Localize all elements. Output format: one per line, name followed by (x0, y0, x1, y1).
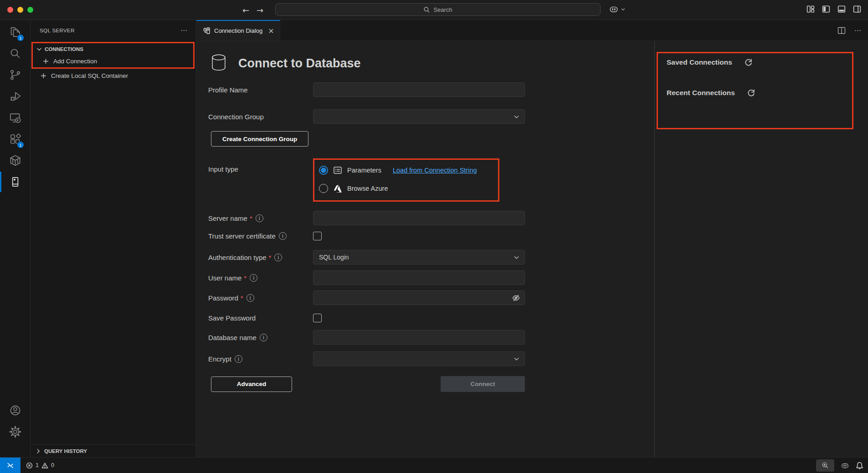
sidebar-more-actions-icon[interactable]: ⋯ (180, 26, 188, 35)
info-icon[interactable] (247, 294, 254, 302)
advanced-button[interactable]: Advanced (211, 376, 292, 392)
remote-explorer-icon (9, 112, 21, 124)
database-icon (208, 53, 229, 74)
activitybar-search[interactable] (0, 43, 30, 64)
run-debug-icon (9, 90, 21, 102)
gear-icon (9, 426, 21, 438)
user-name-input[interactable] (313, 270, 525, 285)
required-marker: * (250, 214, 252, 222)
problems-status[interactable]: 1 0 (26, 462, 54, 469)
eye-off-icon[interactable] (512, 294, 520, 302)
trust-server-certificate-label: Trust server certificate (208, 232, 276, 240)
authentication-type-label: Authentication type (208, 254, 267, 261)
chevron-down-icon (513, 113, 520, 120)
copilot-status-icon[interactable] (841, 461, 849, 470)
copilot-icon (609, 4, 619, 14)
zoom-in-icon (822, 462, 829, 469)
info-icon[interactable] (235, 355, 242, 363)
sql-server-icon (9, 176, 21, 188)
customize-layout-icon[interactable] (806, 5, 815, 13)
browse-azure-radio[interactable] (319, 184, 328, 193)
connect-button[interactable]: Connect (441, 376, 525, 392)
titlebar: ← → Search (0, 0, 868, 20)
activity-bar: 1 (0, 20, 31, 457)
connections-section-label: CONNECTIONS (45, 46, 83, 52)
chevron-down-icon (513, 254, 520, 261)
password-input[interactable] (313, 290, 525, 305)
window-controls (7, 7, 33, 13)
search-label: Search (433, 6, 452, 13)
back-icon[interactable]: ← (242, 5, 249, 15)
maximize-window-button[interactable] (27, 7, 33, 13)
profile-name-label: Profile Name (208, 86, 248, 94)
input-type-label: Input type (208, 165, 238, 173)
copilot-menu-button[interactable] (609, 4, 626, 14)
activitybar-sql-server[interactable] (0, 171, 30, 193)
chevron-down-icon (36, 46, 42, 52)
required-marker: * (269, 254, 272, 261)
parameters-radio[interactable] (319, 166, 328, 175)
query-history-section-header[interactable]: QUERY HISTORY (31, 444, 196, 457)
close-window-button[interactable] (7, 7, 13, 13)
info-icon[interactable] (274, 254, 282, 261)
encrypt-select[interactable] (313, 351, 525, 366)
activitybar-explorer[interactable]: 1 (0, 21, 30, 43)
tree-item-create-local-sql-container[interactable]: Create Local SQL Container (31, 70, 196, 82)
tab-connection-dialog[interactable]: Connection Dialog × (196, 20, 280, 41)
refresh-icon[interactable] (747, 88, 755, 97)
editor-group: Connection Dialog × ⋯ (196, 20, 868, 457)
activitybar-accounts[interactable] (0, 400, 30, 421)
tab-bar: Connection Dialog × ⋯ (196, 20, 868, 41)
connections-section-header[interactable]: CONNECTIONS (33, 43, 193, 55)
connection-group-select[interactable] (313, 109, 525, 124)
activitybar-settings[interactable] (0, 421, 30, 442)
activitybar-source-control[interactable] (0, 64, 30, 86)
activitybar-remote-explorer[interactable] (0, 107, 30, 128)
create-connection-group-button[interactable]: Create Connection Group (211, 131, 308, 147)
info-icon[interactable] (256, 214, 263, 222)
bell-icon[interactable] (856, 462, 863, 469)
database-name-label: Database name (208, 334, 257, 341)
database-name-input[interactable] (313, 330, 525, 345)
toggle-primary-sidebar-icon[interactable] (822, 5, 830, 13)
toggle-panel-icon[interactable] (837, 5, 846, 13)
encrypt-label: Encrypt (208, 355, 231, 363)
close-tab-icon[interactable]: × (268, 27, 274, 35)
recent-connections-label: Recent Connections (667, 89, 735, 97)
load-from-connection-string-link[interactable]: Load from Connection String (393, 167, 477, 174)
error-count: 1 (36, 462, 39, 468)
tree-item-add-connection[interactable]: Add Connection (33, 55, 193, 67)
save-password-checkbox[interactable] (313, 314, 322, 322)
info-icon[interactable] (260, 334, 267, 341)
activitybar-extensions[interactable]: 1 (0, 128, 30, 150)
activitybar-containers[interactable] (0, 150, 30, 171)
forward-icon[interactable]: → (257, 5, 263, 15)
parameters-option-label: Parameters (347, 167, 381, 174)
editor-more-actions-icon[interactable]: ⋯ (854, 26, 862, 35)
trust-server-certificate-checkbox[interactable] (313, 232, 322, 240)
info-icon[interactable] (279, 232, 287, 240)
account-icon (9, 404, 21, 417)
sidebar-sql-server: SQL SERVER ⋯ CONNECTIONS Add Connection (31, 20, 196, 457)
connection-dialog-tab-icon (203, 27, 211, 35)
server-name-input[interactable] (313, 211, 525, 225)
vscode-window: ← → Search (0, 0, 868, 473)
query-history-label: QUERY HISTORY (44, 448, 87, 454)
split-editor-icon[interactable] (837, 26, 846, 35)
status-bar: 1 0 (0, 457, 868, 473)
chevron-down-icon (621, 7, 626, 12)
minimize-window-button[interactable] (17, 7, 23, 13)
remote-indicator[interactable] (0, 458, 21, 473)
chevron-right-icon (35, 448, 41, 454)
zoom-status-button[interactable] (816, 459, 834, 472)
chevron-down-icon (513, 356, 520, 362)
command-center-search[interactable]: Search (275, 3, 601, 16)
profile-name-input[interactable] (313, 82, 525, 97)
refresh-icon[interactable] (744, 58, 753, 66)
activitybar-run-debug[interactable] (0, 86, 30, 107)
authentication-type-select[interactable]: SQL Login (313, 250, 525, 264)
toggle-secondary-sidebar-icon[interactable] (853, 5, 861, 13)
page-title: Connect to Database (238, 56, 361, 71)
info-icon[interactable] (250, 274, 257, 282)
plus-icon (40, 72, 47, 79)
